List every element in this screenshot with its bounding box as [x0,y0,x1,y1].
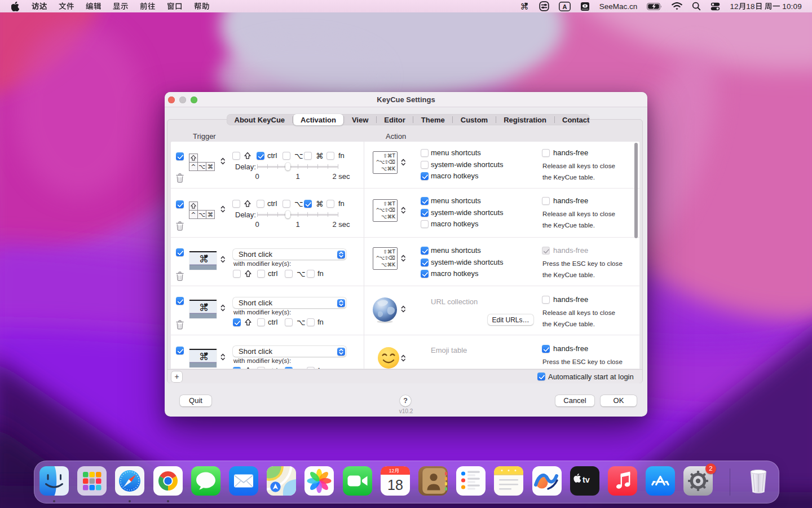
dock-item-music[interactable] [608,466,637,496]
option-checkbox[interactable] [283,200,290,208]
hands-free-checkbox[interactable] [542,149,550,157]
tab-registration[interactable]: Registration [496,114,554,125]
keycue-menu-icon[interactable]: ⌘ [520,2,529,11]
menu-shortcuts-checkbox[interactable] [421,149,429,157]
row-enabled-checkbox[interactable] [176,347,184,354]
ctrl-checkbox[interactable] [257,200,264,208]
tab-editor[interactable]: Editor [377,114,413,125]
command-checkbox[interactable] [304,152,312,160]
action-stepper[interactable] [401,158,406,167]
system-shortcuts-checkbox[interactable] [421,209,429,217]
dock-item-notes[interactable] [494,466,523,496]
ok-button[interactable]: OK [601,395,637,406]
cancel-button[interactable]: Cancel [555,395,594,406]
dock-item-launchpad[interactable] [77,466,107,496]
menubar-help-menu[interactable] [194,2,209,11]
shift-checkbox[interactable] [232,200,240,208]
dock-item-appstore[interactable] [646,466,675,496]
menu-shortcuts-checkbox[interactable] [421,247,429,255]
dock-item-facetime[interactable] [343,466,372,496]
system-shortcuts-checkbox[interactable] [421,161,429,169]
menu-shortcuts-checkbox[interactable] [421,197,429,205]
macro-shortcuts-checkbox[interactable] [421,270,429,278]
dock-item-settings[interactable]: 2 [683,466,713,496]
menubar-view-menu[interactable] [113,2,128,11]
seemac-status-label[interactable]: SeeMac.cn [599,2,638,11]
trigger-stepper[interactable] [220,157,226,165]
trigger-stepper[interactable] [220,255,226,264]
ctrl-checkbox[interactable] [257,152,264,160]
dock-item-mail[interactable] [229,466,258,496]
fn-checkbox[interactable] [326,200,334,208]
delay-slider[interactable] [257,210,338,219]
dock-item-safari[interactable] [115,466,144,496]
tab-activation[interactable]: Activation [293,114,344,125]
hands-free-checkbox[interactable] [542,345,550,353]
menubar-file-menu[interactable] [59,2,74,11]
menubar-window-menu[interactable] [167,2,182,11]
dock-item-reminders[interactable] [456,466,486,496]
shift-checkbox[interactable] [233,270,241,278]
battery-icon[interactable] [647,3,662,10]
hands-free-checkbox[interactable] [542,197,550,205]
option-checkbox[interactable] [285,270,293,278]
delete-row-button[interactable] [176,173,184,183]
window-titlebar[interactable]: KeyCue Settings [165,92,647,107]
hands-free-checkbox[interactable] [542,247,550,255]
disk-menu-icon[interactable] [580,2,590,11]
row-enabled-checkbox[interactable] [176,248,184,256]
row-enabled-checkbox[interactable] [176,200,184,208]
spotlight-search-icon[interactable] [692,2,701,11]
add-trigger-button[interactable]: + [171,371,182,382]
macro-shortcuts-checkbox[interactable] [421,220,429,228]
ctrl-checkbox[interactable] [257,318,265,326]
option-checkbox[interactable] [285,318,293,326]
dock-item-messages[interactable] [191,466,220,496]
option-checkbox[interactable] [283,152,290,160]
dock-item-chrome[interactable] [153,466,183,496]
menubar-clock[interactable]: 1218 10:09 [730,2,802,11]
control-center-icon[interactable] [710,2,720,11]
dock-item-trash[interactable] [744,466,773,496]
system-shortcuts-checkbox[interactable] [421,259,429,266]
hands-free-checkbox[interactable] [542,296,550,304]
menubar-edit-menu[interactable] [86,2,101,11]
preferences-menu-icon[interactable] [539,1,549,11]
dock-item-freeform[interactable] [532,466,562,496]
action-stepper[interactable] [401,206,406,214]
tab-theme[interactable]: Theme [413,114,452,125]
ctrl-checkbox[interactable] [257,270,265,278]
tab-contact[interactable]: Contact [555,114,597,125]
dock-item-maps[interactable] [267,466,296,496]
dock-item-finder[interactable] [39,466,69,496]
autostart-checkbox[interactable] [537,373,545,380]
tab-custom[interactable]: Custom [453,114,495,125]
delete-row-button[interactable] [176,221,184,231]
fn-checkbox[interactable] [307,270,315,278]
dock-item-contacts[interactable] [418,466,448,496]
apple-menu-icon[interactable] [11,2,20,11]
quit-button[interactable]: Quit [180,395,211,406]
help-button[interactable]: ? [400,395,411,406]
row-enabled-checkbox[interactable] [176,297,184,305]
dock-item-tv[interactable]: tv [570,466,599,496]
action-stepper[interactable] [401,354,406,362]
click-mode-dropdown[interactable]: Short click [233,297,346,308]
delete-row-button[interactable] [176,271,184,281]
dock-item-calendar[interactable]: 1218 [381,466,410,496]
wifi-icon[interactable] [672,2,682,10]
click-mode-dropdown[interactable]: Short click [233,346,346,357]
macro-shortcuts-checkbox[interactable] [421,172,429,180]
delete-row-button[interactable] [176,320,184,330]
click-mode-dropdown[interactable]: Short click [233,249,346,260]
trigger-stepper[interactable] [220,205,226,213]
menubar-go-menu[interactable] [140,2,155,11]
edit-urls-button[interactable]: Edit URLs… [488,314,533,325]
action-stepper[interactable] [401,254,406,262]
dock-item-photos[interactable] [304,466,334,496]
trigger-stepper[interactable] [220,353,226,361]
menubar-app-menu[interactable] [32,2,47,11]
action-stepper[interactable] [401,305,406,313]
tab-view[interactable]: View [344,114,376,125]
row-enabled-checkbox[interactable] [176,152,184,160]
